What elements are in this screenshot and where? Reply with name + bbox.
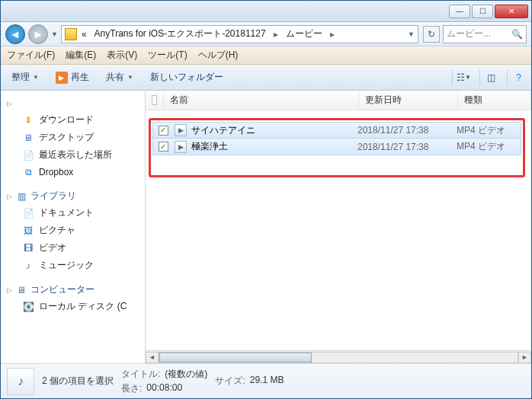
library-icon: ▥ [15, 190, 27, 203]
file-type: MP4 ビデオ [457, 140, 505, 153]
video-file-icon: ▶ [175, 124, 187, 136]
address-bar[interactable]: « AnyTrans for iOS-エクスポート-20181127 ▸ ムービ… [61, 25, 418, 43]
video-file-icon: ▶ [175, 141, 187, 153]
column-checkbox[interactable] [146, 91, 164, 110]
row-checkbox[interactable]: ✓ [159, 126, 168, 136]
menu-view[interactable]: 表示(V) [107, 49, 137, 62]
breadcrumb[interactable]: AnyTrans for iOS-エクスポート-20181127 [91, 26, 269, 42]
chevron-down-icon: ▼ [127, 74, 133, 81]
sidebar-item[interactable]: 🖥デスクトップ [1, 129, 145, 146]
search-input[interactable]: ムービー... 🔍 [443, 25, 527, 43]
sidebar-item-icon: 🎞 [22, 242, 34, 254]
forward-button[interactable]: ► [28, 24, 48, 44]
collapse-icon: ▷ [7, 286, 12, 294]
menu-help[interactable]: ヘルプ(H) [198, 49, 239, 62]
file-row[interactable]: ✓▶極楽浄土2018/11/27 17:38MP4 ビデオ [152, 139, 521, 155]
status-size-value: 29.1 MB [250, 375, 284, 388]
sidebar: ▷ ⬇ダウンロード🖥デスクトップ📄最近表示した場所⧉Dropbox ▷▥ライブラ… [1, 91, 146, 363]
play-icon: ▶ [56, 72, 68, 84]
breadcrumb-prefix: « [79, 27, 90, 41]
status-length-value: 00:08:00 [146, 382, 182, 395]
sidebar-item-label: ダウンロード [39, 113, 94, 126]
sidebar-item-label: 最近表示した場所 [39, 148, 112, 161]
help-button[interactable]: ? [507, 69, 525, 86]
sidebar-item-icon: 📄 [22, 207, 34, 219]
menu-edit[interactable]: 編集(E) [66, 49, 96, 62]
sidebar-item-icon: 📄 [22, 149, 34, 161]
view-options-button[interactable]: ☷ ▼ [452, 69, 470, 86]
new-folder-button[interactable]: 新しいフォルダー [146, 69, 228, 85]
scroll-right-icon[interactable]: ► [518, 352, 531, 363]
back-button[interactable]: ◄ [5, 24, 25, 44]
column-name[interactable]: 名前 [164, 91, 359, 110]
status-title-value: (複数の値) [165, 368, 207, 381]
chevron-down-icon: ▼ [33, 74, 39, 81]
play-button[interactable]: ▶ 再生 [51, 69, 94, 85]
file-row[interactable]: ✓▶サイハテアイニ2018/11/27 17:38MP4 ビデオ [152, 122, 521, 139]
sidebar-item-icon: ⧉ [22, 166, 34, 178]
sidebar-item[interactable]: 🖼ピクチャ [1, 222, 145, 239]
sidebar-item[interactable]: ⧉Dropbox [1, 164, 145, 180]
horizontal-scrollbar[interactable]: ◄ ► [146, 350, 531, 363]
sidebar-item[interactable]: ♪ミュージック [1, 257, 145, 274]
collapse-icon: ▷ [7, 193, 12, 200]
minimize-button[interactable]: ― [449, 5, 470, 18]
status-title-label: タイトル: [121, 368, 160, 381]
sidebar-group-favorites[interactable]: ▷ [1, 95, 145, 111]
sidebar-item-icon: ♪ [22, 260, 34, 272]
file-date: 2018/11/27 17:38 [357, 142, 428, 152]
file-name: サイハテアイニ [191, 124, 255, 137]
toolbar: 整理▼ ▶ 再生 共有▼ 新しいフォルダー ☷ ▼ ◫ ? [1, 65, 531, 91]
close-button[interactable]: ✕ [495, 5, 528, 18]
sidebar-item-label: デスクトップ [39, 131, 94, 144]
sidebar-item[interactable]: ⬇ダウンロード [1, 111, 145, 129]
sidebar-item-icon: 💽 [22, 301, 34, 313]
computer-icon: 🖥 [15, 284, 27, 296]
file-date: 2018/11/27 17:38 [357, 125, 428, 136]
titlebar: ― ☐ ✕ [1, 1, 531, 22]
maximize-button[interactable]: ☐ [472, 5, 493, 18]
file-name: 極楽浄土 [191, 140, 228, 153]
file-thumbnail-icon: ♪ [7, 368, 34, 395]
select-all-checkbox[interactable] [152, 95, 157, 105]
status-length-label: 長さ: [121, 382, 142, 395]
highlight-box: ✓▶サイハテアイニ2018/11/27 17:38MP4 ビデオ✓▶極楽浄土20… [149, 118, 525, 177]
organize-button[interactable]: 整理▼ [7, 69, 43, 85]
sidebar-item-icon: 🖼 [22, 225, 34, 237]
sidebar-item[interactable]: 📄ドキュメント [1, 204, 145, 222]
scroll-left-icon[interactable]: ◄ [146, 352, 159, 363]
file-list[interactable]: ✓▶サイハテアイニ2018/11/27 17:38MP4 ビデオ✓▶極楽浄土20… [146, 110, 531, 350]
sidebar-item-label: ミュージック [39, 259, 94, 272]
search-icon: 🔍 [511, 29, 523, 40]
main-pane: 名前 更新日時 種類 ✓▶サイハテアイニ2018/11/27 17:38MP4 … [146, 91, 531, 363]
column-type[interactable]: 種類 [458, 91, 531, 110]
scrollbar-track[interactable] [159, 352, 518, 363]
sidebar-item-label: ピクチャ [39, 224, 75, 237]
status-bar: ♪ 2 個の項目を選択 タイトル:(複数の値) 長さ:00:08:00 サイズ:… [1, 363, 531, 398]
sidebar-item[interactable]: 📄最近表示した場所 [1, 146, 145, 164]
sidebar-group-libraries[interactable]: ▷▥ライブラリ [1, 188, 145, 204]
status-size-label: サイズ: [215, 375, 245, 388]
sidebar-item-label: ローカル ディスク (C [39, 300, 127, 313]
sidebar-item[interactable]: 💽ローカル ディスク (C [1, 298, 145, 315]
column-date[interactable]: 更新日時 [359, 91, 458, 110]
sidebar-group-computer[interactable]: ▷🖥コンピューター [1, 282, 145, 298]
chevron-right-icon[interactable]: ▸ [271, 27, 281, 41]
chevron-right-icon[interactable]: ▸ [327, 27, 338, 41]
row-checkbox[interactable]: ✓ [159, 142, 168, 152]
share-button[interactable]: 共有▼ [101, 69, 138, 85]
history-dropdown-icon[interactable]: ▼ [51, 30, 58, 38]
preview-pane-button[interactable]: ◫ [479, 69, 498, 86]
collapse-icon: ▷ [7, 100, 12, 107]
address-dropdown-icon[interactable]: ▼ [408, 30, 415, 38]
menu-tools[interactable]: ツール(T) [148, 49, 187, 62]
scrollbar-thumb[interactable] [159, 353, 312, 362]
menu-file[interactable]: ファイル(F) [7, 49, 55, 62]
body: ▷ ⬇ダウンロード🖥デスクトップ📄最近表示した場所⧉Dropbox ▷▥ライブラ… [1, 91, 531, 363]
file-type: MP4 ビデオ [457, 124, 505, 137]
breadcrumb[interactable]: ムービー [283, 26, 325, 42]
sidebar-item-label: ドキュメント [39, 206, 94, 219]
folder-icon [65, 28, 77, 40]
sidebar-item[interactable]: 🎞ビデオ [1, 239, 145, 257]
refresh-button[interactable]: ↻ [423, 26, 440, 43]
